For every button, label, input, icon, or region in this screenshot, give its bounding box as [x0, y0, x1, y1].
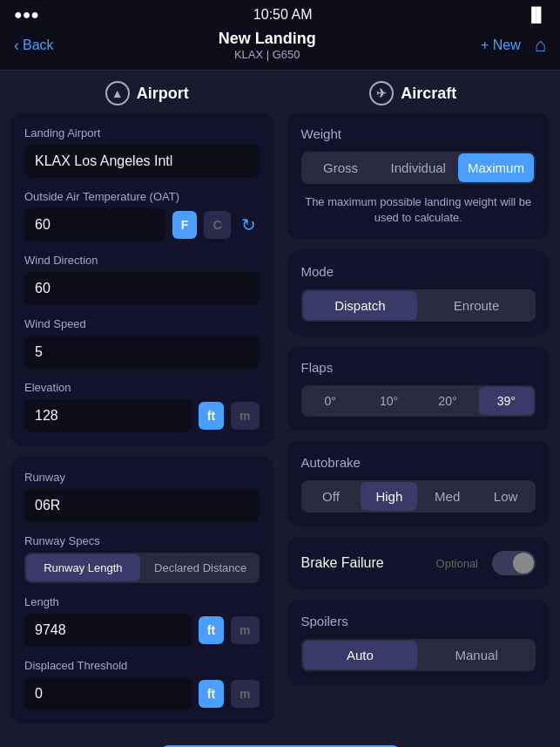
new-button[interactable]: + New — [481, 37, 521, 53]
maximum-button[interactable]: Maximum — [458, 153, 534, 182]
displaced-threshold-row: ft m — [24, 677, 260, 710]
home-button[interactable]: ⌂ — [535, 34, 546, 57]
oat-label: Outside Air Temperature (OAT) — [24, 190, 260, 203]
left-panel: Landing Airport Outside Air Temperature … — [10, 112, 280, 735]
brake-failure-controls: Optional — [436, 551, 536, 575]
flaps-card: Flaps 0° 10° 20° 39° — [287, 346, 550, 431]
length-m-button[interactable]: m — [231, 616, 259, 644]
aircraft-label: Aircraft — [401, 85, 456, 103]
weight-segmented: Gross Individual Maximum — [301, 152, 536, 184]
displaced-threshold-input[interactable] — [24, 677, 192, 710]
weight-card: Weight Gross Individual Maximum The maxi… — [287, 112, 550, 240]
nav-right: + New ⌂ — [481, 34, 546, 57]
flaps-label: Flaps — [301, 360, 536, 375]
runway-specs-label: Runway Specs — [24, 534, 260, 547]
individual-button[interactable]: Individual — [381, 153, 456, 182]
spoilers-label: Spoilers — [301, 614, 536, 628]
elevation-input[interactable] — [24, 399, 192, 432]
landing-airport-input[interactable] — [24, 145, 260, 178]
runway-card: Runway Runway Specs Runway Length Declar… — [10, 457, 273, 724]
wind-speed-label: Wind Speed — [24, 317, 260, 330]
landing-airport-group: Landing Airport — [24, 126, 260, 178]
runway-group: Runway — [24, 471, 260, 522]
wind-direction-input[interactable] — [24, 272, 260, 305]
wind-direction-group: Wind Direction — [24, 254, 260, 305]
oat-input[interactable] — [24, 208, 165, 241]
main-content: Landing Airport Outside Air Temperature … — [0, 112, 560, 735]
elevation-group: Elevation ft m — [24, 381, 260, 432]
oat-group: Outside Air Temperature (OAT) F C ↻ — [24, 190, 260, 241]
brake-failure-row: Brake Failure Optional — [301, 551, 536, 575]
autobrake-segmented: Off High Med Low — [301, 480, 536, 513]
wind-speed-input[interactable] — [24, 336, 260, 369]
flaps-10-button[interactable]: 10° — [361, 387, 416, 415]
length-group: Length ft m — [24, 595, 260, 647]
oat-f-button[interactable]: F — [172, 211, 198, 239]
calculate-bar: Calculate — [0, 735, 560, 747]
flaps-0-button[interactable]: 0° — [303, 387, 358, 415]
declared-distance-button[interactable]: Declared Distance — [144, 554, 258, 581]
elevation-m-button[interactable]: m — [231, 402, 259, 430]
right-panel: Weight Gross Individual Maximum The maxi… — [280, 112, 550, 735]
flaps-segmented: 0° 10° 20° 39° — [301, 385, 536, 417]
runway-length-button[interactable]: Runway Length — [26, 554, 140, 581]
gross-button[interactable]: Gross — [303, 153, 379, 182]
airport-label: Airport — [137, 85, 189, 103]
mode-card: Mode Dispatch Enroute — [287, 250, 550, 336]
elevation-label: Elevation — [24, 381, 260, 394]
mode-label: Mode — [301, 264, 536, 279]
oat-c-button[interactable]: C — [204, 211, 230, 239]
length-ft-button[interactable]: ft — [199, 616, 224, 644]
autobrake-card: Autobrake Off High Med Low — [287, 441, 550, 526]
dispatch-button[interactable]: Dispatch — [303, 291, 418, 320]
autobrake-high-button[interactable]: High — [361, 482, 417, 511]
oat-input-row: F C ↻ — [24, 208, 260, 241]
displaced-threshold-label: Displaced Threshold — [24, 659, 260, 672]
elevation-input-row: ft m — [24, 399, 260, 432]
back-button[interactable]: ‹ Back — [14, 37, 54, 55]
threshold-m-button[interactable]: m — [231, 680, 259, 708]
length-input-row: ft m — [24, 614, 260, 647]
wind-speed-group: Wind Speed — [24, 317, 260, 369]
weight-description: The maximum possible landing weight will… — [301, 194, 536, 226]
page-subtitle: KLAX | G650 — [219, 48, 316, 61]
enroute-button[interactable]: Enroute — [419, 291, 534, 320]
clock: 10:50 AM — [253, 7, 313, 23]
section-headers: ▲ Airport ✈ Aircraft — [0, 71, 560, 112]
length-label: Length — [24, 595, 260, 608]
spoilers-auto-button[interactable]: Auto — [303, 641, 418, 669]
brake-failure-optional: Optional — [436, 557, 478, 570]
runway-input[interactable] — [24, 489, 260, 522]
length-input[interactable] — [24, 614, 192, 647]
aircraft-icon: ✈ — [369, 81, 394, 105]
runway-specs-group: Runway Specs Runway Length Declared Dist… — [24, 534, 260, 583]
flaps-39-button[interactable]: 39° — [479, 387, 534, 415]
brake-failure-card: Brake Failure Optional — [287, 537, 550, 589]
spoilers-manual-button[interactable]: Manual — [419, 641, 534, 669]
back-arrow-icon: ‹ — [14, 37, 19, 55]
refresh-button[interactable]: ↻ — [238, 211, 260, 239]
page-title: New Landing — [219, 30, 316, 48]
autobrake-off-button[interactable]: Off — [303, 482, 360, 511]
spoilers-segmented: Auto Manual — [301, 639, 536, 671]
airport-section-header: ▲ Airport — [14, 81, 280, 105]
threshold-ft-button[interactable]: ft — [199, 680, 224, 708]
back-label: Back — [23, 37, 54, 53]
brake-failure-toggle[interactable] — [492, 551, 536, 575]
spoilers-card: Spoilers Auto Manual — [287, 600, 550, 685]
flaps-20-button[interactable]: 20° — [420, 387, 475, 415]
mode-segmented: Dispatch Enroute — [301, 289, 536, 322]
airport-icon: ▲ — [105, 81, 130, 105]
aircraft-section-header: ✈ Aircraft — [280, 81, 547, 105]
nav-title-block: New Landing KLAX | G650 — [219, 30, 316, 61]
airport-card: Landing Airport Outside Air Temperature … — [10, 112, 273, 446]
autobrake-low-button[interactable]: Low — [477, 482, 534, 511]
autobrake-med-button[interactable]: Med — [419, 482, 476, 511]
status-bar: ●●● 10:50 AM ▐▌ — [0, 0, 560, 26]
wind-direction-label: Wind Direction — [24, 254, 260, 267]
landing-airport-label: Landing Airport — [24, 126, 260, 139]
signal-strength: ●●● — [14, 7, 39, 23]
brake-failure-label: Brake Failure — [301, 555, 384, 571]
elevation-ft-button[interactable]: ft — [199, 402, 224, 430]
battery: ▐▌ — [526, 7, 546, 23]
